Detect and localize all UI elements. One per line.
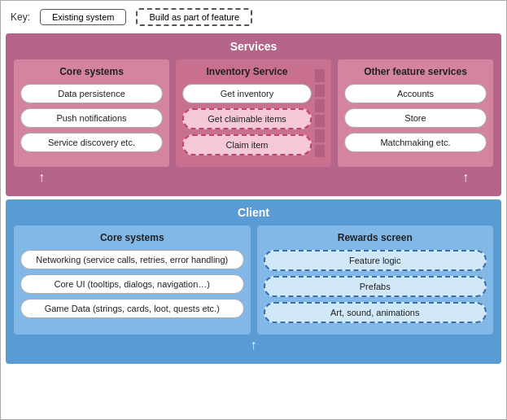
- services-other-item-0: Accounts: [344, 84, 487, 103]
- client-rewards-item-2: Art, sound, animations: [264, 302, 487, 323]
- services-inventory-panel: Inventory Service Get inventory Get clai…: [176, 59, 331, 167]
- services-inventory-item-0: Get inventory: [182, 84, 312, 103]
- services-core-item-0: Data persistence: [20, 84, 163, 103]
- client-core-item-1: Core UI (tooltips, dialogs, navigation…): [20, 274, 244, 294]
- key-existing-box: Existing system: [40, 9, 126, 25]
- services-other-panel: Other feature services Accounts Store Ma…: [338, 59, 493, 167]
- client-inner: Core systems Networking (service calls, …: [14, 225, 493, 335]
- services-arrow-left: ↑: [38, 170, 45, 185]
- services-inventory-item-2: Claim item: [182, 134, 312, 155]
- client-core-item-0: Networking (service calls, retries, erro…: [20, 250, 244, 269]
- client-arrow-row: ↑: [14, 338, 493, 352]
- services-other-item-1: Store: [344, 108, 487, 128]
- services-other-title: Other feature services: [344, 66, 487, 77]
- services-core-title: Core systems: [20, 66, 163, 77]
- services-inventory-item-1: Get claimable items: [182, 108, 312, 129]
- key-build-box: Build as part of feature: [136, 8, 252, 26]
- client-title: Client: [14, 206, 493, 219]
- services-core-panel: Core systems Data persistence Push notif…: [14, 59, 169, 167]
- client-rewards-panel: Rewards screen Feature logic Prefabs Art…: [257, 225, 494, 335]
- services-inventory-title: Inventory Service: [182, 66, 312, 77]
- services-core-item-1: Push notifications: [20, 108, 163, 128]
- client-rewards-item-0: Feature logic: [264, 250, 487, 271]
- services-title: Services: [14, 40, 493, 53]
- client-section: Client Core systems Networking (service …: [6, 199, 501, 364]
- client-rewards-item-1: Prefabs: [264, 276, 487, 297]
- client-core-title: Core systems: [20, 232, 244, 243]
- services-arrow-right: ↑: [462, 170, 469, 185]
- services-core-item-2: Service discovery etc.: [20, 133, 163, 152]
- client-arrow-up: ↑: [251, 338, 257, 352]
- services-section: Services Core systems Data persistence P…: [6, 33, 501, 196]
- client-core-item-2: Game Data (strings, cards, loot, quests …: [20, 299, 244, 318]
- services-inner: Core systems Data persistence Push notif…: [14, 59, 493, 167]
- key-label: Key:: [11, 11, 30, 23]
- key-row: Key: Existing system Build as part of fe…: [1, 1, 506, 33]
- client-rewards-title: Rewards screen: [264, 232, 487, 243]
- services-other-item-2: Matchmaking etc.: [344, 133, 487, 152]
- client-core-panel: Core systems Networking (service calls, …: [14, 225, 251, 335]
- services-arrow-row: ↑ ↑: [14, 168, 493, 185]
